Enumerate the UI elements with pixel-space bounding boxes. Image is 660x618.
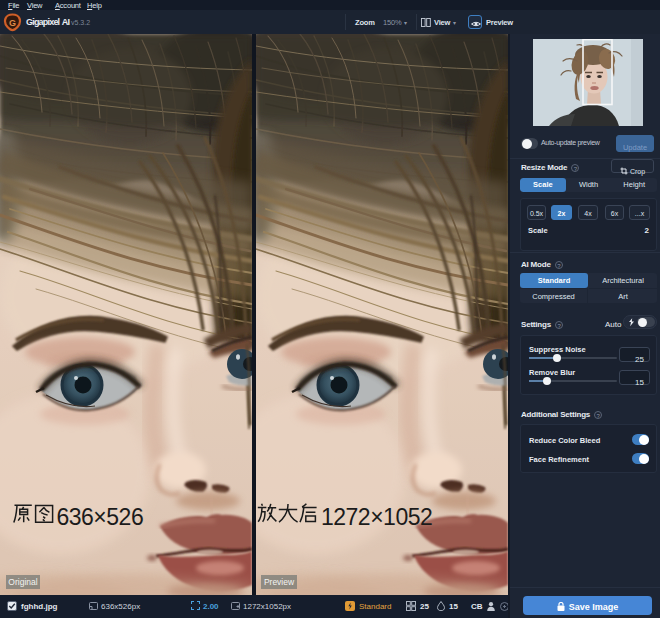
svg-text:G: G [9, 18, 16, 28]
